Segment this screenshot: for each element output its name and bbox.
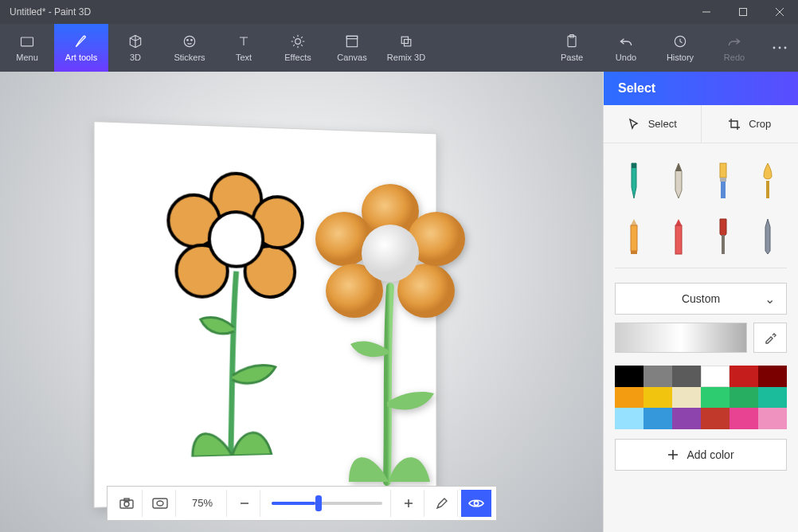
ribbon: Menu Art tools 3D Stickers Text Effects … [0,24,798,72]
brush-icon [73,33,89,49]
zoom-slider[interactable] [264,490,391,517]
3d-tab[interactable]: 3D [108,24,162,72]
flower-3d-model[interactable] [287,167,494,486]
color-swatch[interactable] [701,408,730,429]
color-swatch[interactable] [615,387,643,409]
more-button[interactable] [761,24,798,72]
svg-rect-12 [405,40,411,46]
crop-tool[interactable]: Crop [701,105,799,143]
redo-icon [726,33,742,49]
calligraphy-brush[interactable] [659,158,698,204]
material-preview[interactable] [615,323,747,353]
sticker-icon [182,33,198,49]
svg-rect-43 [721,182,726,198]
undo-button[interactable]: Undo [599,24,653,72]
select-tool[interactable]: Select [604,105,701,143]
close-button[interactable] [761,0,798,24]
paint-brush[interactable] [704,158,742,204]
color-swatch[interactable] [615,408,643,429]
crayon-brush[interactable] [659,213,698,260]
svg-point-7 [191,40,193,41]
remix-icon [398,33,414,49]
color-swatch[interactable] [643,366,672,387]
color-swatch[interactable] [758,387,787,409]
color-swatch[interactable] [701,366,730,387]
text-tab[interactable]: Text [217,24,271,72]
svg-point-17 [779,47,781,49]
paste-icon [564,33,580,49]
oil-brush[interactable] [704,213,742,260]
pen-brush[interactable] [749,213,787,260]
window-title: Untitled* - Paint 3D [10,6,91,18]
color-swatch[interactable] [758,408,787,429]
camera-icon[interactable] [112,490,143,517]
pencil-brush[interactable] [615,213,653,260]
canvas-label: Canvas [337,53,366,62]
edit-icon[interactable] [428,490,458,517]
panel-title: Select [604,72,798,105]
paste-label: Paste [561,53,583,62]
color-swatch[interactable] [672,408,701,429]
redo-button[interactable]: Redo [707,24,761,72]
effects-tab[interactable]: Effects [271,24,325,72]
undo-label: Undo [616,53,636,62]
view-3d-icon[interactable] [146,490,176,517]
history-button[interactable]: History [653,24,707,72]
marker-brush[interactable] [615,158,653,204]
svg-rect-47 [675,225,682,254]
canvas-icon [344,33,360,49]
color-swatch[interactable] [701,387,730,409]
stickers-tab[interactable]: Stickers [162,24,217,72]
color-swatch[interactable] [730,387,758,409]
color-swatch[interactable] [643,387,672,409]
history-label: History [667,53,694,62]
color-swatch[interactable] [730,408,758,429]
svg-point-24 [209,211,263,266]
effects-label: Effects [284,53,311,62]
paste-button[interactable]: Paste [545,24,599,72]
svg-rect-44 [766,181,769,198]
thickness-dropdown[interactable]: Custom [615,283,787,315]
color-swatch[interactable] [730,366,758,387]
zoom-value[interactable]: 75% [179,490,227,517]
color-swatch[interactable] [672,387,701,409]
add-color-label: Add color [687,448,733,461]
watercolor-brush[interactable] [749,158,787,204]
3d-label: 3D [130,53,141,62]
svg-rect-1 [740,9,747,16]
remix-3d-tab[interactable]: Remix 3D [379,24,433,72]
svg-point-35 [157,501,163,506]
zoom-in-button[interactable] [394,490,424,517]
svg-point-5 [184,36,194,46]
view-mode-button[interactable] [461,490,491,517]
color-swatch[interactable] [615,366,643,387]
menu-label: Menu [16,53,38,62]
svg-rect-11 [401,37,408,43]
svg-point-8 [295,39,301,45]
svg-rect-9 [346,36,357,46]
svg-rect-41 [720,163,726,178]
text-icon [236,33,252,49]
minimize-button[interactable] [688,0,725,24]
crop-icon [728,118,741,131]
history-icon [672,33,688,49]
svg-rect-40 [632,163,636,168]
art-tools-tab[interactable]: Art tools [54,24,108,72]
zoom-out-button[interactable] [230,490,260,517]
canvas-area[interactable]: 75% [0,72,603,532]
svg-rect-4 [22,37,33,46]
svg-rect-42 [720,178,726,182]
menu-button[interactable]: Menu [0,24,54,72]
svg-point-6 [187,40,189,41]
maximize-button[interactable] [725,0,761,24]
color-swatch[interactable] [758,366,787,387]
svg-point-30 [362,225,419,282]
art-tools-label: Art tools [65,53,97,62]
add-color-button[interactable]: Add color [615,439,787,471]
canvas-tab[interactable]: Canvas [325,24,379,72]
custom-label: Custom [682,292,720,305]
eyedropper-button[interactable] [753,323,787,353]
color-palette [615,366,787,429]
color-swatch[interactable] [643,408,672,429]
color-swatch[interactable] [672,366,701,387]
